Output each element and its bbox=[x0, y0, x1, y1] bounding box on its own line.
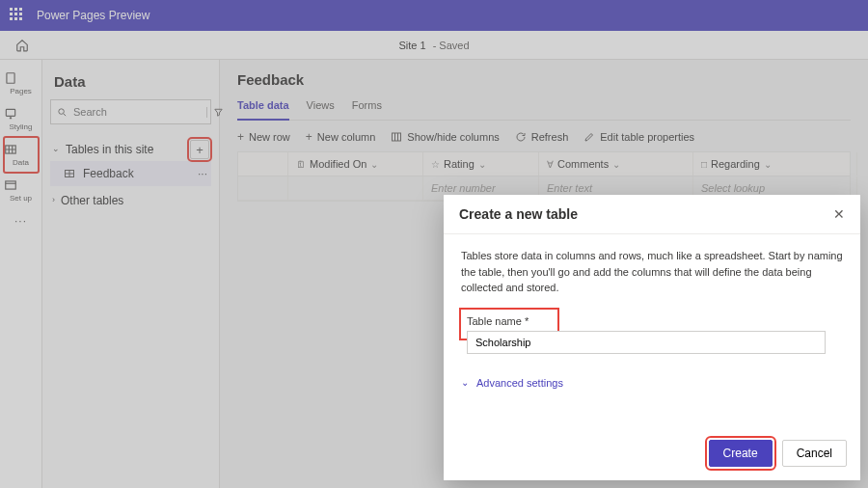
modal-description: Tables store data in columns and rows, m… bbox=[461, 248, 843, 296]
table-name-field-highlight: Table name * bbox=[461, 310, 557, 339]
chevron-down-icon: ⌄ bbox=[461, 377, 469, 388]
close-icon[interactable]: ✕ bbox=[833, 206, 845, 222]
advanced-settings-toggle[interactable]: ⌄ Advanced settings bbox=[461, 377, 843, 389]
table-name-input[interactable] bbox=[467, 331, 826, 354]
table-name-label: Table name * bbox=[467, 315, 552, 327]
create-table-modal: Create a new table ✕ Tables store data i… bbox=[444, 195, 860, 480]
create-button[interactable]: Create bbox=[709, 440, 773, 467]
cancel-button[interactable]: Cancel bbox=[782, 440, 847, 467]
modal-title: Create a new table bbox=[459, 206, 578, 222]
